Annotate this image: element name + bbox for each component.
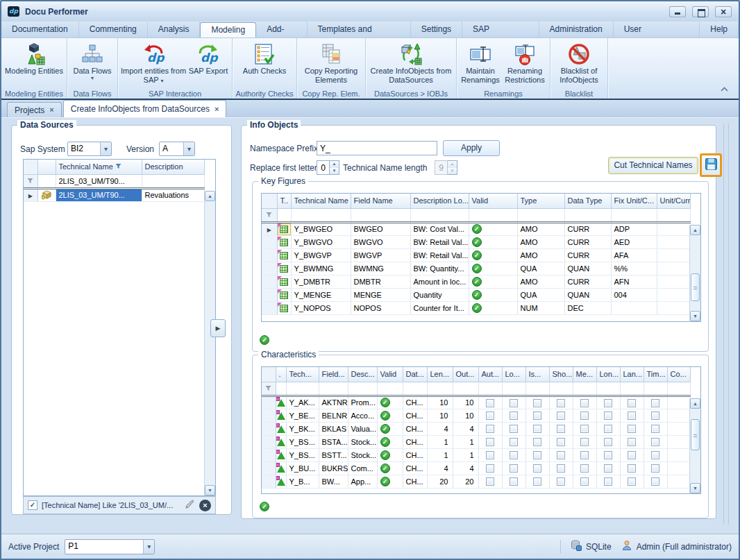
chevron-down-icon[interactable]: [183, 142, 194, 155]
flag-checkbox[interactable]: [580, 464, 589, 473]
sap-system-select[interactable]: BI2: [67, 142, 112, 156]
flag-checkbox[interactable]: [604, 411, 612, 420]
column-header[interactable]: Tech...: [286, 367, 319, 382]
flag-checkbox[interactable]: [533, 438, 541, 446]
flag-checkbox[interactable]: [533, 399, 541, 407]
characteristic-row[interactable]: Y_B... BW... App... CH... 20 20: [262, 475, 690, 488]
flag-checkbox[interactable]: [533, 451, 541, 459]
flag-checkbox[interactable]: [486, 477, 494, 486]
close-tab-icon[interactable]: ×: [215, 105, 219, 113]
version-select[interactable]: A: [159, 142, 195, 156]
apply-button[interactable]: Apply: [443, 140, 500, 156]
flag-checkbox[interactable]: [628, 399, 636, 407]
flag-checkbox[interactable]: [651, 477, 659, 486]
flag-checkbox[interactable]: [557, 411, 565, 420]
scroll-up-icon[interactable]: [690, 398, 700, 409]
tab-help[interactable]: Help: [700, 22, 739, 37]
scroll-down-icon[interactable]: [690, 311, 700, 321]
tab-modeling[interactable]: Modeling: [200, 22, 256, 37]
chevron-down-icon[interactable]: [100, 142, 111, 155]
flag-checkbox[interactable]: [651, 411, 659, 420]
blacklist-of-infoobjects-button[interactable]: Blacklist of InfoObjects: [553, 40, 605, 88]
column-header[interactable]: .: [276, 367, 286, 382]
column-header[interactable]: Fix Unit/C...: [611, 194, 657, 208]
scroll-up-icon[interactable]: [690, 225, 700, 235]
spin-up-icon[interactable]: ▲: [330, 161, 339, 168]
scroll-down-icon[interactable]: [690, 483, 700, 493]
edit-filter-icon[interactable]: [185, 499, 195, 511]
flag-checkbox[interactable]: [533, 425, 541, 433]
column-header[interactable]: Len...: [427, 367, 453, 382]
move-right-button[interactable]: [210, 319, 226, 337]
column-header[interactable]: Dat...: [403, 367, 427, 382]
flag-checkbox[interactable]: [604, 399, 612, 407]
column-header[interactable]: T..: [277, 194, 291, 208]
vertical-scrollbar[interactable]: [689, 398, 700, 493]
doc-tab-create-infoobjects[interactable]: Create InfoObjects from DataSources ×: [63, 100, 227, 117]
auth-checks-button[interactable]: Auth Checks: [235, 40, 294, 88]
column-header[interactable]: Description Lo...: [410, 194, 469, 208]
tab-analysis[interactable]: Analysis: [148, 22, 201, 37]
scrollbar-thumb[interactable]: [691, 273, 700, 301]
filter-row[interactable]: [262, 382, 690, 396]
flag-checkbox[interactable]: [628, 411, 636, 420]
column-header[interactable]: Field...: [319, 367, 348, 382]
flag-checkbox[interactable]: [604, 464, 612, 473]
cut-technical-names-button[interactable]: Cut Technical Names: [608, 157, 698, 174]
column-header[interactable]: Co...: [667, 367, 690, 382]
import-entities-from-sap-button[interactable]: dp Import entities from SAP ▾: [120, 40, 187, 88]
key-figure-row[interactable]: Y_BWGVO BWGVO BW: Retail Val... AMO CURR…: [262, 235, 690, 248]
close-button[interactable]: [715, 6, 732, 17]
flag-checkbox[interactable]: [580, 477, 589, 486]
create-infoobjects-from-datasources-button[interactable]: Create InfoObjects from DataSources: [368, 40, 454, 88]
column-header[interactable]: Tim...: [644, 367, 667, 382]
flag-checkbox[interactable]: [510, 411, 518, 420]
column-header[interactable]: Is...: [525, 367, 549, 382]
flag-checkbox[interactable]: [604, 438, 612, 446]
tab-administration[interactable]: Administration: [539, 22, 614, 37]
scroll-down-icon[interactable]: [205, 485, 215, 495]
flag-checkbox[interactable]: [628, 464, 636, 473]
flag-checkbox[interactable]: [557, 425, 565, 433]
scroll-up-icon[interactable]: [205, 191, 215, 201]
renaming-restrictions-button[interactable]: Renaming Restrictions: [502, 40, 548, 88]
vertical-scrollbar[interactable]: [689, 225, 700, 321]
flag-checkbox[interactable]: [510, 451, 518, 459]
maintain-renamings-button[interactable]: Maintain Renamings: [459, 40, 502, 88]
flag-checkbox[interactable]: [510, 438, 518, 446]
key-figure-row[interactable]: Y_BWGVP BWGVP BW: Retail Val... AMO CURR…: [262, 248, 690, 262]
flag-checkbox[interactable]: [628, 425, 636, 433]
characteristic-row[interactable]: Y_BS... BSTA... Stock... CH... 1 1: [262, 435, 690, 448]
flag-checkbox[interactable]: [651, 451, 659, 459]
tab-sap-integration[interactable]: SAP Integration: [462, 22, 539, 37]
flag-checkbox[interactable]: [533, 477, 541, 486]
flag-checkbox[interactable]: [604, 477, 612, 486]
flag-checkbox[interactable]: [557, 451, 565, 459]
doc-tab-projects[interactable]: Projects ×: [7, 102, 62, 117]
namespace-prefix-input[interactable]: [317, 141, 437, 155]
flag-checkbox[interactable]: [510, 464, 518, 473]
flag-checkbox[interactable]: [580, 451, 589, 459]
flag-checkbox[interactable]: [580, 425, 589, 433]
column-header[interactable]: Lo...: [502, 367, 525, 382]
flag-checkbox[interactable]: [486, 425, 494, 433]
filter-enabled-checkbox[interactable]: [28, 500, 37, 510]
flag-checkbox[interactable]: [580, 411, 589, 420]
flag-checkbox[interactable]: [486, 451, 494, 459]
flag-checkbox[interactable]: [557, 464, 565, 473]
collapse-ribbon-icon[interactable]: [720, 85, 729, 94]
flag-checkbox[interactable]: [651, 399, 659, 407]
flag-checkbox[interactable]: [628, 451, 636, 459]
tab-settings[interactable]: Settings: [411, 22, 462, 37]
flag-checkbox[interactable]: [628, 477, 636, 486]
minimize-button[interactable]: [669, 6, 686, 17]
column-header[interactable]: Data Type: [564, 194, 611, 208]
flag-checkbox[interactable]: [510, 477, 518, 486]
characteristic-row[interactable]: Y_BE... BELNR Acco... CH... 10 10: [262, 409, 690, 422]
flag-checkbox[interactable]: [651, 438, 659, 446]
flag-checkbox[interactable]: [486, 464, 494, 473]
column-header[interactable]: Unit/Curre...: [657, 194, 690, 208]
flag-checkbox[interactable]: [486, 399, 494, 407]
key-figure-row[interactable]: Y_NOPOS NOPOS Counter for It... NUM DEC: [262, 301, 690, 314]
flag-checkbox[interactable]: [651, 425, 659, 433]
